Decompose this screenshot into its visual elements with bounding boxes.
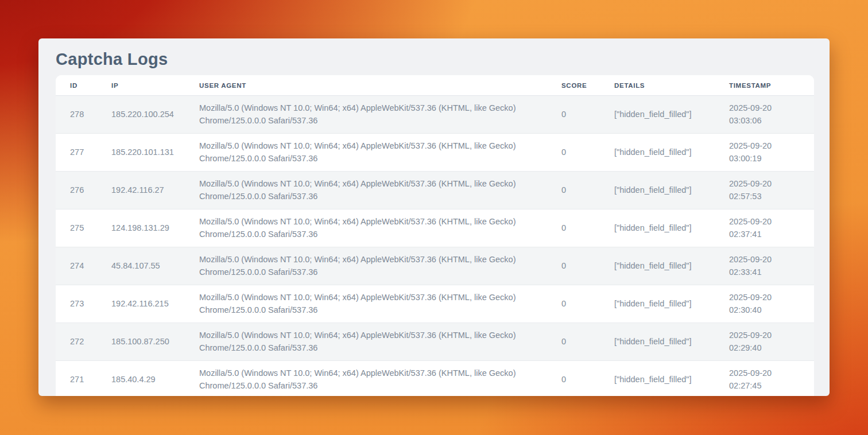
cell-ip: 185.100.87.250 <box>97 323 185 361</box>
cell-timestamp: 2025-09-20 02:57:53 <box>715 172 814 209</box>
cell-ip: 185.220.101.131 <box>97 134 185 172</box>
cell-ip: 192.42.116.27 <box>97 172 185 209</box>
cell-score: 0 <box>547 323 600 361</box>
cell-details: ["hidden_field_filled"] <box>600 134 715 172</box>
table-row: 277 185.220.101.131 Mozilla/5.0 (Windows… <box>56 134 814 172</box>
cell-timestamp: 2025-09-20 02:37:41 <box>715 209 814 247</box>
column-header-id: ID <box>56 75 97 96</box>
cell-user-agent: Mozilla/5.0 (Windows NT 10.0; Win64; x64… <box>185 247 547 285</box>
cell-ip: 45.84.107.55 <box>97 247 185 285</box>
cell-details: ["hidden_field_filled"] <box>600 209 715 247</box>
cell-user-agent: Mozilla/5.0 (Windows NT 10.0; Win64; x64… <box>185 361 547 396</box>
cell-timestamp: 2025-09-20 03:00:19 <box>715 134 814 172</box>
cell-details: ["hidden_field_filled"] <box>600 285 715 323</box>
table-header-row: ID IP USER AGENT SCORE DETAILS TIMESTAMP <box>56 75 814 96</box>
cell-ip: 185.220.100.254 <box>97 96 185 134</box>
cell-details: ["hidden_field_filled"] <box>600 361 715 396</box>
table-row: 274 45.84.107.55 Mozilla/5.0 (Windows NT… <box>56 247 814 285</box>
cell-score: 0 <box>547 285 600 323</box>
cell-score: 0 <box>547 96 600 134</box>
cell-timestamp: 2025-09-20 02:30:40 <box>715 285 814 323</box>
cell-timestamp: 2025-09-20 02:27:45 <box>715 361 814 396</box>
cell-details: ["hidden_field_filled"] <box>600 247 715 285</box>
cell-id: 275 <box>56 209 97 247</box>
cell-ip: 185.40.4.29 <box>97 361 185 396</box>
table-row: 276 192.42.116.27 Mozilla/5.0 (Windows N… <box>56 172 814 209</box>
cell-user-agent: Mozilla/5.0 (Windows NT 10.0; Win64; x64… <box>185 209 547 247</box>
cell-details: ["hidden_field_filled"] <box>600 96 715 134</box>
page-title: Captcha Logs <box>56 49 812 70</box>
column-header-user-agent: USER AGENT <box>185 75 547 96</box>
cell-user-agent: Mozilla/5.0 (Windows NT 10.0; Win64; x64… <box>185 323 547 361</box>
table-row: 275 124.198.131.29 Mozilla/5.0 (Windows … <box>56 209 814 247</box>
cell-score: 0 <box>547 209 600 247</box>
cell-id: 271 <box>56 361 97 396</box>
cell-score: 0 <box>547 134 600 172</box>
cell-details: ["hidden_field_filled"] <box>600 172 715 209</box>
cell-ip: 124.198.131.29 <box>97 209 185 247</box>
column-header-details: DETAILS <box>600 75 715 96</box>
cell-timestamp: 2025-09-20 02:29:40 <box>715 323 814 361</box>
cell-id: 273 <box>56 285 97 323</box>
cell-user-agent: Mozilla/5.0 (Windows NT 10.0; Win64; x64… <box>185 96 547 134</box>
column-header-timestamp: TIMESTAMP <box>715 75 814 96</box>
captcha-logs-card: Captcha Logs ID IP USER AGENT SCORE DETA… <box>38 38 830 396</box>
cell-timestamp: 2025-09-20 02:33:41 <box>715 247 814 285</box>
cell-score: 0 <box>547 172 600 209</box>
cell-id: 272 <box>56 323 97 361</box>
cell-id: 277 <box>56 134 97 172</box>
log-table-body: 278 185.220.100.254 Mozilla/5.0 (Windows… <box>56 96 814 396</box>
cell-user-agent: Mozilla/5.0 (Windows NT 10.0; Win64; x64… <box>185 285 547 323</box>
cell-id: 276 <box>56 172 97 209</box>
cell-details: ["hidden_field_filled"] <box>600 323 715 361</box>
cell-user-agent: Mozilla/5.0 (Windows NT 10.0; Win64; x64… <box>185 172 547 209</box>
table-header: ID IP USER AGENT SCORE DETAILS TIMESTAMP <box>56 75 814 96</box>
table-row: 272 185.100.87.250 Mozilla/5.0 (Windows … <box>56 323 814 361</box>
cell-user-agent: Mozilla/5.0 (Windows NT 10.0; Win64; x64… <box>185 134 547 172</box>
table-row: 278 185.220.100.254 Mozilla/5.0 (Windows… <box>56 96 814 134</box>
table-row: 273 192.42.116.215 Mozilla/5.0 (Windows … <box>56 285 814 323</box>
captcha-logs-table: ID IP USER AGENT SCORE DETAILS TIMESTAMP… <box>56 75 814 396</box>
table-row: 271 185.40.4.29 Mozilla/5.0 (Windows NT … <box>56 361 814 396</box>
cell-id: 278 <box>56 96 97 134</box>
cell-score: 0 <box>547 247 600 285</box>
cell-score: 0 <box>547 361 600 396</box>
cell-ip: 192.42.116.215 <box>97 285 185 323</box>
cell-timestamp: 2025-09-20 03:03:06 <box>715 96 814 134</box>
column-header-ip: IP <box>97 75 185 96</box>
cell-id: 274 <box>56 247 97 285</box>
column-header-score: SCORE <box>547 75 600 96</box>
